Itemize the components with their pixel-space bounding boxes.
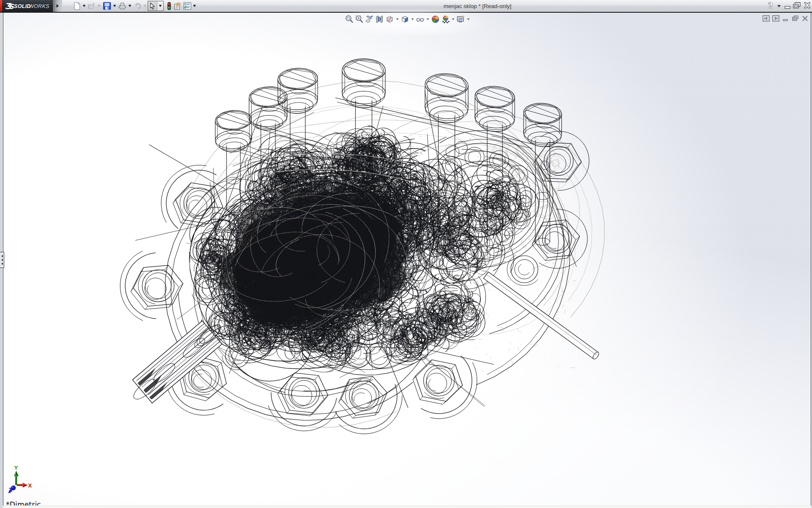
svg-text:Y: Y [14,465,18,470]
options-button[interactable] [183,2,192,10]
apply-scene-button[interactable] [441,14,450,24]
save-dropdown-arrow[interactable] [113,5,116,7]
graphics-viewport[interactable]: Y X Z *Dime [3,13,811,508]
view-settings-dropdown-arrow [467,18,470,20]
open-button[interactable] [88,2,96,10]
flyout-arrow-icon [56,4,59,8]
display-style-dropdown-arrow [411,18,414,20]
show-left-pane-button[interactable] [763,15,770,22]
solidworks-logo: Ʒ S SOLID WORKS [2,0,53,12]
model-wireframe [3,13,812,508]
apply-scene-dropdown[interactable] [451,14,455,24]
previous-view-icon [365,15,374,24]
help-dropdown-arrow[interactable] [777,5,781,7]
triad-y-axis: Y [14,465,19,485]
splitter-arrow-icon [1,259,3,261]
open-dropdown-arrow[interactable] [97,5,101,7]
restore-button[interactable] [793,3,800,8]
rebuild-button[interactable] [165,2,173,10]
select-dropdown-arrow [159,5,162,7]
triad-x-axis: X [17,483,32,488]
hide-show-items-dropdown-arrow [426,18,429,20]
display-style-button[interactable] [401,14,409,24]
select-tool-button[interactable] [148,1,157,11]
titlebar-controls: ? [766,0,810,12]
view-orientation-button[interactable] [385,14,394,24]
undo-button[interactable] [133,2,142,10]
document-window-controls [763,15,809,22]
save-button[interactable] [103,2,111,10]
show-right-pane-icon [772,15,779,22]
reference-triad: Y X Z [3,462,46,495]
view-settings-icon [456,15,465,24]
show-right-pane-button[interactable] [772,15,779,22]
select-tool-group [148,1,164,11]
options-dropdown-arrow[interactable] [193,5,196,7]
display-style-dropdown[interactable] [411,14,414,24]
hide-show-items-dropdown[interactable] [426,14,430,24]
zoom-to-area-button[interactable] [355,14,364,24]
view-settings-dropdown[interactable] [466,14,470,24]
section-view-icon [375,15,384,24]
close-document-icon [801,15,809,22]
restore-document-icon [792,15,799,22]
client-area: Y X Z *Dime [0,13,812,508]
svg-text:X: X [28,483,32,488]
help-button[interactable]: ? [768,1,773,10]
view-settings-button[interactable] [456,14,465,24]
zoom-to-fit-icon [345,15,354,24]
brand-name-bold: SOLID [14,3,31,9]
splitter-arrow-icon [1,255,3,257]
brand-name-light: WORKS [29,3,49,9]
panel-splitter-tab[interactable] [0,252,4,268]
hide-show-items-button[interactable] [416,14,425,24]
select-cursor-icon [150,3,155,9]
minimize-document-button[interactable] [782,15,789,22]
toolbar-flyout-button[interactable] [53,0,62,12]
undo-dropdown-arrow[interactable] [143,5,147,7]
select-dropdown[interactable] [157,1,163,11]
zoom-to-area-icon [355,15,364,24]
display-style-icon [401,15,409,24]
print-button[interactable] [118,2,126,10]
svg-text:Z: Z [9,487,12,492]
print-dropdown-arrow[interactable] [128,5,132,7]
apply-scene-icon [441,15,450,24]
zoom-to-fit-button[interactable] [345,14,354,24]
file-properties-button[interactable] [173,2,182,10]
solidworks-window: Ʒ S SOLID WORKS [0,0,812,508]
view-orientation-dropdown[interactable] [395,14,399,24]
triad-z-axis: Z [8,486,16,493]
new-dropdown-arrow[interactable] [82,5,86,7]
help-glyph: ? [768,1,773,10]
minimize-document-icon [782,15,789,22]
close-button[interactable] [804,3,810,8]
previous-view-button[interactable] [365,14,374,24]
section-view-button[interactable] [375,14,384,24]
status-strip [3,505,811,508]
restore-document-button[interactable] [792,15,799,22]
edit-appearance-icon [431,15,440,24]
view-orientation-dropdown-arrow [396,18,399,20]
view-orientation-icon [385,15,394,24]
headsup-toolbar [345,14,472,24]
apply-scene-dropdown-arrow [452,18,455,20]
hide-show-items-icon [416,15,425,24]
solidworks-logo-art: Ʒ S SOLID WORKS [2,0,53,12]
minimize-button[interactable] [785,6,790,8]
new-document-button[interactable] [73,2,81,10]
edit-appearance-button[interactable] [431,14,440,24]
show-left-pane-icon [763,15,770,22]
close-document-button[interactable] [801,15,809,22]
splitter-arrow-icon [1,262,3,265]
